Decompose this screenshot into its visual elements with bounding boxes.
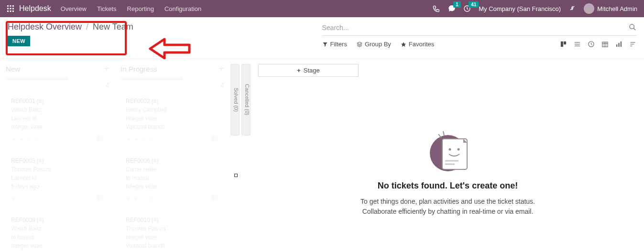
- breadcrumb-current: New Team: [93, 22, 133, 31]
- svg-rect-25: [618, 43, 620, 47]
- search-bar: [322, 22, 637, 36]
- debug-icon[interactable]: [568, 4, 576, 13]
- add-card-icon[interactable]: +: [218, 64, 224, 74]
- top-navbar: Helpdesk Overview Tickets Reporting Conf…: [0, 0, 644, 17]
- search-icon[interactable]: [629, 23, 636, 32]
- apps-icon[interactable]: [7, 5, 14, 12]
- svg-rect-1: [10, 5, 11, 7]
- nav-overview[interactable]: Overview: [61, 5, 87, 12]
- svg-rect-0: [7, 5, 9, 7]
- annotation-arrow-icon: [145, 36, 193, 63]
- ticket-card[interactable]: REF0001 (#) Wendi Baltz Laoreet id Integ…: [6, 93, 109, 148]
- breadcrumb-link[interactable]: Helpdesk Overview: [8, 22, 82, 31]
- priority-stars-icon: ★ ☆ ☆: [11, 194, 32, 204]
- svg-rect-3: [7, 8, 9, 10]
- filter-bar: Filters Group By Favorites: [322, 41, 435, 48]
- svg-line-11: [633, 28, 635, 30]
- svg-rect-24: [616, 44, 618, 47]
- messages-icon[interactable]: 1: [448, 5, 456, 12]
- progress-bar: [120, 77, 183, 81]
- nav-configuration[interactable]: Configuration: [164, 5, 201, 12]
- nav-reporting[interactable]: Reporting: [127, 5, 154, 12]
- plus-icon: +: [297, 67, 301, 74]
- list-view-icon[interactable]: [574, 41, 581, 48]
- activities-icon[interactable]: 41: [463, 5, 471, 12]
- svg-rect-8: [12, 10, 14, 12]
- calendar-view-icon[interactable]: [601, 41, 609, 48]
- add-stage-button[interactable]: + Stage: [258, 64, 359, 77]
- groupby-label: Group By: [365, 41, 391, 48]
- faded-background-columns: New + 4 REF0001 (#) Wendi Baltz Laoreet …: [0, 59, 229, 251]
- svg-rect-15: [564, 42, 566, 44]
- svg-line-37: [443, 131, 444, 136]
- funnel-icon: [322, 42, 328, 47]
- favorites-label: Favorites: [409, 41, 434, 48]
- svg-rect-4: [10, 8, 11, 10]
- kanban-column-inprogress: In Progress + 4 REF0002 (#) Henry Campbe…: [115, 59, 229, 251]
- empty-line1: To get things done, plan activities and …: [258, 197, 637, 207]
- empty-state-illustration-icon: [424, 125, 472, 172]
- star-icon: [401, 42, 406, 47]
- column-count: 4: [120, 82, 224, 89]
- nav-tickets[interactable]: Tickets: [97, 5, 117, 12]
- brand-title[interactable]: Helpdesk: [19, 4, 51, 13]
- kanban-column-new: New + 4 REF0001 (#) Wendi Baltz Laoreet …: [0, 59, 115, 251]
- svg-rect-26: [621, 42, 622, 47]
- pivot-view-icon[interactable]: [615, 41, 622, 48]
- groupby-button[interactable]: Group By: [357, 41, 391, 48]
- svg-rect-6: [7, 10, 9, 12]
- avatar-icon: [96, 194, 104, 201]
- company-selector[interactable]: My Company (San Francisco): [479, 5, 561, 12]
- svg-rect-14: [561, 42, 563, 47]
- avatar-icon: [211, 194, 218, 201]
- column-title: In Progress: [120, 65, 157, 73]
- activity-view-icon[interactable]: [588, 41, 595, 48]
- navbar-right: 1 41 My Company (San Francisco) Mitchell…: [433, 3, 637, 14]
- ticket-card[interactable]: REF0006 (#) Carrie Helle In massa Intege…: [120, 152, 224, 208]
- progress-bar: [6, 77, 68, 81]
- layers-icon: [357, 42, 362, 47]
- nav-menu: Overview Tickets Reporting Configuration: [61, 5, 202, 12]
- avatar-icon: [96, 135, 104, 142]
- collapsed-stage-solved[interactable]: Solved (0): [230, 64, 240, 136]
- svg-marker-12: [357, 42, 362, 44]
- svg-rect-20: [602, 42, 608, 47]
- add-card-icon[interactable]: +: [104, 64, 109, 74]
- collapsed-stage-cancelled[interactable]: Cancelled (0): [241, 64, 251, 136]
- filters-button[interactable]: Filters: [322, 41, 347, 48]
- priority-stars-icon: ★ ★ ☆ ⊘: [126, 194, 153, 204]
- new-button[interactable]: NEW: [8, 36, 30, 46]
- svg-rect-7: [10, 10, 11, 12]
- ticket-card[interactable]: REF0009 (#) Wendi Baltz In massa Integer…: [6, 211, 109, 251]
- avatar: [584, 3, 594, 14]
- svg-rect-2: [12, 5, 14, 7]
- svg-rect-5: [12, 8, 14, 10]
- collapsed-stages: Solved (0) Cancelled (0): [229, 59, 251, 251]
- graph-view-icon[interactable]: [629, 41, 636, 48]
- ticket-card[interactable]: REF0002 (#) Henry Campbell Integer vitae…: [120, 93, 224, 148]
- svg-point-32: [448, 148, 451, 151]
- ticket-card[interactable]: REF0005 (#) Thomas Passot Laoreet id 5 d…: [6, 152, 109, 208]
- svg-point-33: [457, 148, 459, 151]
- priority-stars-icon: ★ ★ ☆ ⊘ ⋯: [11, 135, 46, 144]
- messages-badge: 1: [453, 1, 461, 8]
- user-menu[interactable]: Mitchell Admin: [584, 3, 637, 14]
- user-name: Mitchell Admin: [597, 5, 637, 12]
- svg-point-10: [630, 24, 634, 29]
- ticket-card[interactable]: REF0010 (#) Thomas Passot Integer vitae …: [120, 211, 224, 251]
- column-count: 4: [6, 82, 109, 89]
- priority-stars-icon: ★ ★ ☆ ⊘: [126, 135, 153, 144]
- search-input[interactable]: [322, 22, 629, 33]
- view-switcher: [560, 41, 636, 48]
- avatar-icon: [211, 135, 218, 142]
- breadcrumb: Helpdesk Overview / New Team: [8, 22, 322, 32]
- kanban-view-icon[interactable]: [560, 41, 567, 48]
- favorites-button[interactable]: Favorites: [401, 41, 434, 48]
- main-empty-area: + Stage No tickets found. Let's create o…: [251, 59, 644, 251]
- phone-icon[interactable]: [433, 5, 440, 12]
- stage-label: Stage: [304, 67, 320, 74]
- control-panel: Helpdesk Overview / New Team NEW Filters: [0, 17, 644, 59]
- activities-badge: 41: [469, 1, 479, 8]
- empty-line2: Collaborate efficiently by chatting in r…: [258, 207, 637, 217]
- resize-handle-icon: [234, 174, 238, 177]
